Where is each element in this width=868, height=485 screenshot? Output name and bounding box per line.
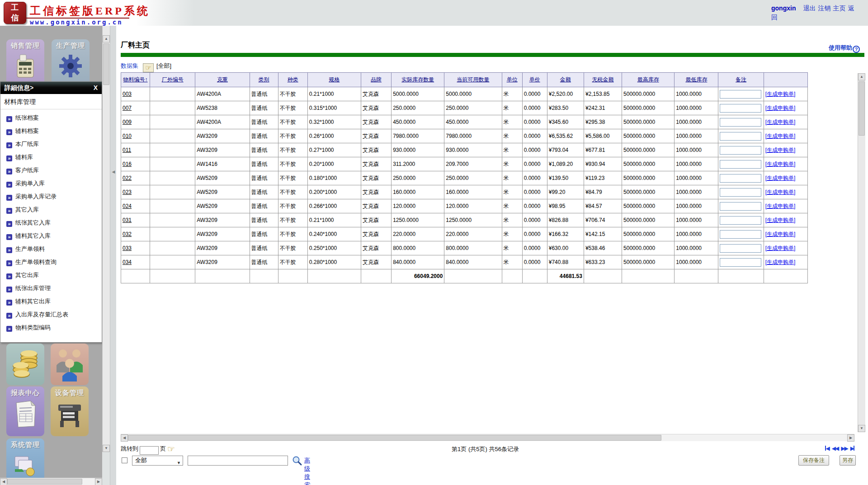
sidebar-item[interactable]: »采购单入库 [0,177,102,190]
sidebar-item[interactable]: »采购单入库记录 [0,190,102,203]
app-url-link[interactable]: www.gongxin.org.cn [30,19,123,26]
generate-purchase-link[interactable]: [生成申购单] [765,119,796,125]
sidebar-item[interactable]: »其它出库 [0,268,102,282]
scroll-right-icon[interactable]: ▶ [95,478,102,485]
dataset-label[interactable]: 数据集 [121,62,138,69]
sidebar-vscroll-thumb[interactable] [103,43,109,85]
note-input[interactable] [720,244,761,253]
note-input[interactable] [720,174,761,183]
note-input[interactable] [720,90,761,99]
column-header[interactable]: 金额 [547,73,584,87]
save-as-button[interactable]: 另存 [840,455,856,466]
column-header[interactable]: 物料编号↑ [121,73,150,87]
collapse-sidebar-icon[interactable]: ◀ [111,161,116,182]
generate-purchase-link[interactable]: [生成申购单] [765,105,796,111]
sidebar-item[interactable]: »物料类型编码 [0,321,102,334]
scroll-right-icon[interactable]: ▶ [847,434,854,442]
sidebar-item[interactable]: »辅料其它出库 [0,295,102,308]
column-header[interactable]: 实际库存数量 [392,73,444,87]
note-input[interactable] [720,160,761,169]
sidebar-item[interactable]: »辅料库 [0,151,102,164]
material-id-link[interactable]: 023 [123,189,132,195]
note-input[interactable] [720,132,761,141]
column-header[interactable]: 单位 [502,73,522,87]
nav-link[interactable]: 退出 [803,5,816,12]
column-header[interactable]: 无税金额 [584,73,622,87]
note-input[interactable] [720,104,761,113]
generate-purchase-link[interactable]: [生成申购单] [765,189,796,195]
note-input[interactable] [720,216,761,225]
sidebar-item[interactable]: »入出库及存量汇总表 [0,308,102,321]
main-vscroll-thumb[interactable] [859,81,865,136]
note-input[interactable] [720,146,761,155]
sidebar-item[interactable]: »生产单领料查询 [0,255,102,268]
sidebar-hscroll-thumb[interactable] [7,479,82,485]
close-icon[interactable]: X [94,82,98,94]
generate-purchase-link[interactable]: [生成申购单] [765,245,796,251]
scroll-up-icon[interactable]: ▲ [858,73,865,80]
generate-purchase-link[interactable]: [生成申购单] [765,161,796,167]
select-all-checkbox[interactable] [122,457,127,463]
column-header[interactable]: 类别 [250,73,278,87]
note-input[interactable] [720,188,761,197]
sidebar-item[interactable]: »其它入库 [0,203,102,216]
column-header[interactable]: 厂外编号 [150,73,195,87]
scroll-up-icon[interactable]: ▲ [103,35,110,42]
search-icon[interactable] [292,455,302,466]
material-id-link[interactable]: 010 [123,133,132,139]
material-id-link[interactable]: 034 [123,259,132,265]
note-input[interactable] [720,202,761,211]
sidebar-item[interactable]: »辅料档案 [0,124,102,137]
material-id-link[interactable]: 016 [123,161,132,167]
main-hscroll-thumb[interactable] [128,435,661,441]
material-id-link[interactable]: 011 [123,147,131,153]
fast-prev-icon[interactable]: ◀◀ [832,445,838,452]
sidebar-item[interactable]: »本厂纸库 [0,137,102,151]
generate-purchase-link[interactable]: [生成申购单] [765,217,796,223]
main-hscrollbar[interactable]: ◀ ▶ [121,434,854,441]
scroll-down-icon[interactable]: ▼ [103,445,110,452]
column-header[interactable]: 克重 [195,73,250,87]
fast-next-icon[interactable]: ▶▶ [841,445,847,452]
generate-purchase-link[interactable]: [生成申购单] [765,231,796,237]
module-tile-hr[interactable] [51,344,89,385]
last-page-icon[interactable]: ▶ [850,445,854,452]
nav-link[interactable]: 注销 [818,5,830,12]
module-tile-finance[interactable] [6,344,44,385]
column-header[interactable]: 规格 [307,73,361,87]
nav-link[interactable]: 主页 [833,5,845,12]
scroll-down-icon[interactable]: ▼ [858,425,865,432]
go-hand-icon[interactable]: ☞ [167,444,175,454]
generate-purchase-link[interactable]: [生成申购单] [765,133,796,139]
main-vscrollbar[interactable]: ▲ ▼ [858,73,865,432]
material-id-link[interactable]: 032 [123,231,132,237]
column-header[interactable]: 当前可用数量 [444,73,502,87]
advanced-search-link[interactable]: 高级搜索 [304,457,310,485]
column-header[interactable]: 品牌 [361,73,392,87]
sidebar-hscrollbar[interactable]: ◀ ▶ [0,478,102,485]
pointer-hand-icon[interactable]: ☞ [143,63,154,72]
scroll-left-icon[interactable]: ◀ [0,478,7,485]
sidebar-item[interactable]: »客户纸库 [0,164,102,177]
search-input[interactable] [188,456,288,466]
column-header[interactable]: 最高库存 [622,73,675,87]
save-note-button[interactable]: 保存备注 [798,455,829,466]
sidebar-item[interactable]: »纸张其它入库 [0,216,102,229]
sidebar-item[interactable]: »纸张档案 [0,111,102,124]
material-id-link[interactable]: 009 [123,119,132,125]
material-id-link[interactable]: 007 [123,105,132,111]
filter-select[interactable]: 全部▼ [132,456,183,466]
sidebar-vscrollbar[interactable]: ▲ ▼ [102,26,110,452]
column-header[interactable]: 单价 [522,73,547,87]
jump-page-input[interactable] [140,446,159,455]
help-link[interactable]: 使用帮助? [829,44,860,53]
generate-purchase-link[interactable]: [生成申购单] [765,147,796,153]
material-id-link[interactable]: 024 [123,203,132,209]
sidebar-item[interactable]: »辅料其它入库 [0,229,102,242]
sidebar-item[interactable]: »纸张出库管理 [0,282,102,295]
material-id-link[interactable]: 022 [123,175,132,181]
generate-purchase-link[interactable]: [生成申购单] [765,175,796,181]
module-tile-reports[interactable]: 报表中心 [6,386,44,436]
material-id-link[interactable]: 003 [123,91,132,97]
sidebar-item[interactable]: »生产单领料 [0,242,102,255]
